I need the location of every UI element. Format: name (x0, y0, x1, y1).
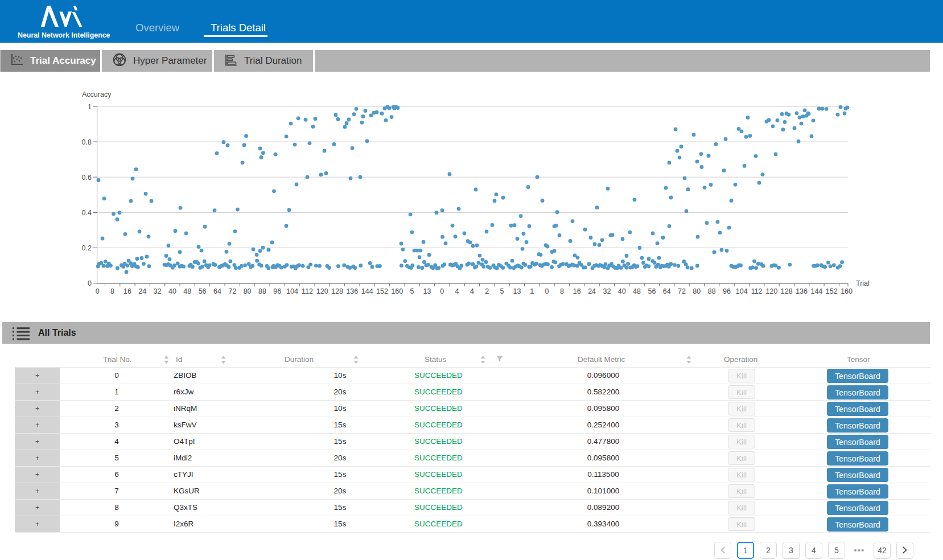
svg-text:13: 13 (513, 287, 521, 295)
svg-text:0.8: 0.8 (82, 138, 92, 146)
svg-text:0.2: 0.2 (82, 244, 92, 252)
svg-text:112: 112 (302, 287, 313, 295)
svg-text:32: 32 (603, 287, 611, 295)
svg-text:32: 32 (154, 287, 162, 295)
svg-text:136: 136 (346, 287, 358, 295)
svg-text:4: 4 (455, 287, 459, 295)
svg-text:104: 104 (736, 287, 748, 295)
svg-text:88: 88 (258, 287, 266, 295)
svg-text:152: 152 (826, 287, 838, 295)
svg-text:80: 80 (693, 287, 701, 295)
svg-text:1: 1 (530, 287, 534, 295)
svg-text:152: 152 (376, 287, 388, 295)
svg-text:120: 120 (766, 287, 778, 295)
svg-text:24: 24 (138, 287, 146, 295)
svg-text:128: 128 (331, 287, 343, 295)
svg-text:160: 160 (841, 287, 853, 295)
svg-text:0: 0 (545, 287, 549, 295)
svg-text:5: 5 (500, 287, 504, 295)
svg-text:72: 72 (228, 287, 236, 295)
svg-text:0.6: 0.6 (82, 174, 92, 182)
svg-text:56: 56 (648, 287, 656, 295)
svg-text:136: 136 (796, 287, 808, 295)
svg-text:104: 104 (286, 287, 298, 295)
svg-text:88: 88 (708, 287, 716, 295)
svg-text:128: 128 (781, 287, 793, 295)
svg-text:0: 0 (440, 287, 444, 295)
svg-text:8: 8 (560, 287, 564, 295)
svg-text:48: 48 (183, 287, 191, 295)
svg-text:16: 16 (123, 287, 131, 295)
svg-text:13: 13 (423, 287, 431, 295)
svg-text:8: 8 (110, 287, 114, 295)
svg-text:56: 56 (199, 287, 207, 295)
svg-text:120: 120 (316, 287, 328, 295)
svg-text:96: 96 (723, 287, 731, 295)
svg-text:0: 0 (88, 279, 92, 287)
svg-text:40: 40 (168, 287, 176, 295)
svg-text:1: 1 (88, 103, 92, 111)
svg-text:Trial: Trial (856, 279, 870, 287)
svg-text:160: 160 (391, 287, 403, 295)
svg-text:64: 64 (663, 287, 671, 295)
svg-text:48: 48 (633, 287, 641, 295)
svg-text:112: 112 (751, 287, 763, 295)
svg-text:96: 96 (273, 287, 281, 295)
svg-text:24: 24 (588, 287, 596, 295)
svg-text:0: 0 (96, 287, 100, 295)
svg-text:144: 144 (361, 287, 373, 295)
svg-text:64: 64 (213, 287, 221, 295)
svg-text:40: 40 (618, 287, 626, 295)
svg-text:5: 5 (410, 287, 414, 295)
svg-text:2: 2 (485, 287, 489, 295)
svg-text:16: 16 (573, 287, 581, 295)
svg-text:144: 144 (810, 287, 822, 295)
svg-text:80: 80 (244, 287, 252, 295)
svg-text:0.4: 0.4 (82, 209, 92, 217)
svg-text:72: 72 (678, 287, 686, 295)
svg-text:4: 4 (470, 287, 474, 295)
svg-text:Accuracy: Accuracy (82, 90, 112, 98)
